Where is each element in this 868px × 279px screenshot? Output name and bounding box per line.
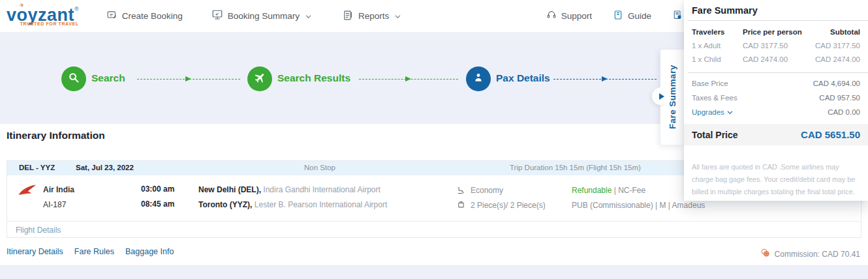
arrival-city: Toronto (YYZ), xyxy=(198,200,252,209)
step-search-results-label[interactable]: Search Results xyxy=(277,72,350,84)
travelers-table-header: Travelers Price per person Subtotal xyxy=(692,25,860,39)
air-india-logo xyxy=(18,183,37,199)
arrow-right-icon xyxy=(659,93,664,100)
col-price-per-person: Price per person xyxy=(743,25,813,39)
col-travelers: Travelers xyxy=(692,25,743,39)
baggage-allowance: 2 Piece(s)/ 2 Piece(s) xyxy=(471,201,546,210)
taxes-row: Taxes & Fees CAD 957.50 xyxy=(692,91,860,105)
step-search[interactable] xyxy=(61,66,86,91)
brand-tagline: TRUSTED FOR TRAVEL xyxy=(7,22,79,26)
nav-right-group: Support Guide V xyxy=(546,10,693,22)
nav-guide[interactable]: Guide xyxy=(613,10,651,22)
nav-reports-label: Reports xyxy=(358,11,389,21)
departure-date: Sat, Jul 23, 2022 xyxy=(76,164,134,171)
nav-booking-summary[interactable]: Booking Summary xyxy=(211,9,311,23)
support-icon xyxy=(546,10,557,22)
fare-flags: Refundable | NC-Fee xyxy=(572,186,645,195)
brand-logo[interactable]: voyzant® TRUSTED FOR TRAVEL xyxy=(7,7,79,26)
step-search-label[interactable]: Search xyxy=(91,72,125,84)
upgrades-row: Upgrades CAD 0.00 xyxy=(692,105,860,119)
baggage-icon xyxy=(457,200,465,211)
traveler-row-child: 1 x Child CAD 2474.00 CAD 2474.00 xyxy=(692,53,860,66)
itinerary-details-link[interactable]: Itinerary Details xyxy=(7,247,63,256)
separator: | xyxy=(612,186,618,195)
traveler-label: 1 x Child xyxy=(692,53,743,66)
nav-support-label: Support xyxy=(561,11,592,21)
baggage-info-link[interactable]: Baggage Info xyxy=(125,247,174,256)
page: voyzant® TRUSTED FOR TRAVEL Create Booki… xyxy=(0,0,868,279)
bottom-band xyxy=(0,265,868,279)
fare-source: PUB (Commissionable) | M | Amadeus xyxy=(572,201,705,210)
seat-icon xyxy=(456,186,465,197)
price-breakdown: Base Price CAD 4,694.00 Taxes & Fees CAD… xyxy=(684,73,868,119)
departure-airport: New Delhi (DEL), Indira Gandhi Internati… xyxy=(198,185,380,194)
stepper-arrow xyxy=(137,79,240,80)
guide-icon xyxy=(613,10,623,22)
search-icon xyxy=(68,72,80,87)
fare-rules-link[interactable]: Fare Rules xyxy=(74,247,114,256)
flight-details-row: Flight Details xyxy=(7,221,861,238)
stops-label: Non Stop xyxy=(304,164,335,171)
departure-airport-name: Indira Gandhi International Airport xyxy=(263,185,380,194)
route-label: DEL - YYZ xyxy=(19,164,55,171)
step-pax-details[interactable] xyxy=(466,66,491,91)
travelers-table: Travelers Price per person Subtotal 1 x … xyxy=(684,21,868,72)
plane-icon xyxy=(254,72,266,87)
reports-icon xyxy=(343,10,354,23)
traveler-price: CAD 2474.00 xyxy=(743,53,813,66)
create-booking-icon xyxy=(106,10,117,23)
booking-summary-icon xyxy=(211,9,223,23)
traveler-subtotal: CAD 3177.50 xyxy=(813,39,860,53)
col-subtotal: Subtotal xyxy=(813,25,860,39)
upgrades-label: Upgrades xyxy=(692,105,724,119)
refundable-flag: Refundable xyxy=(572,186,612,195)
departure-time: 03:00 am xyxy=(141,184,174,194)
fare-summary-panel: Fare Summary Travelers Price per person … xyxy=(684,0,868,201)
fare-disclaimer: All fares are quoted in CAD .Some airlin… xyxy=(684,145,868,198)
nav-reports[interactable]: Reports xyxy=(343,10,401,23)
taxes-label: Taxes & Fees xyxy=(692,91,737,105)
trip-duration: Trip Duration 15h 15m (Flight 15h 15m) xyxy=(510,164,641,171)
stepper-arrow xyxy=(553,79,657,80)
upgrades-value: CAD 0.00 xyxy=(828,105,860,119)
arrival-airport: Toronto (YYZ), Lester B. Pearson Interna… xyxy=(198,200,387,209)
chevron-down-icon xyxy=(305,11,311,21)
arrival-time: 08:45 am xyxy=(141,199,174,209)
fare-summary-title: Fare Summary xyxy=(684,0,868,20)
step-search-results[interactable] xyxy=(247,66,272,91)
nav-guide-label: Guide xyxy=(628,11,651,21)
base-price-label: Base Price xyxy=(692,76,728,91)
traveler-price: CAD 3177.50 xyxy=(743,39,813,53)
chevron-down-icon xyxy=(395,11,401,21)
fare-summary-tab[interactable]: Fare Summary xyxy=(660,50,684,145)
flight-details-link[interactable]: Flight Details xyxy=(16,226,61,235)
stepper-arrow xyxy=(359,79,458,80)
nav-support[interactable]: Support xyxy=(546,10,592,22)
arrival-airport-name: Lester B. Pearson International Airport xyxy=(255,200,387,209)
document-icon xyxy=(672,10,683,22)
nav-create-booking-label: Create Booking xyxy=(122,11,183,21)
traveler-row-adult: 1 x Adult CAD 3177.50 CAD 3177.50 xyxy=(692,39,860,53)
chevron-down-icon xyxy=(727,110,733,115)
total-price-value: CAD 5651.50 xyxy=(801,129,860,140)
traveler-label: 1 x Adult xyxy=(692,39,743,53)
flight-number: AI-187 xyxy=(43,200,66,209)
footer-links: Itinerary Details Fare Rules Baggage Inf… xyxy=(7,247,174,256)
nav-create-booking[interactable]: Create Booking xyxy=(106,10,183,23)
person-icon xyxy=(473,72,484,86)
total-price-row: Total Price CAD 5651.50 xyxy=(684,124,868,145)
coins-icon xyxy=(760,248,771,260)
commission-info: Commission: CAD 70.41 xyxy=(760,248,860,260)
cabin-class: Economy xyxy=(471,186,503,195)
base-price-value: CAD 4,694.00 xyxy=(813,76,860,91)
upgrades-toggle[interactable]: Upgrades xyxy=(692,105,733,119)
departure-city: New Delhi (DEL), xyxy=(198,185,261,194)
nav-booking-summary-label: Booking Summary xyxy=(228,11,300,21)
taxes-value: CAD 957.50 xyxy=(819,91,860,105)
base-price-row: Base Price CAD 4,694.00 xyxy=(692,76,860,91)
page-title: Itinerary Information xyxy=(7,130,105,141)
total-price-label: Total Price xyxy=(692,130,738,140)
step-pax-details-label[interactable]: Pax Details xyxy=(496,72,550,84)
commission-label: Commission: CAD 70.41 xyxy=(775,250,860,259)
fare-summary-collapse-button[interactable] xyxy=(652,87,670,105)
